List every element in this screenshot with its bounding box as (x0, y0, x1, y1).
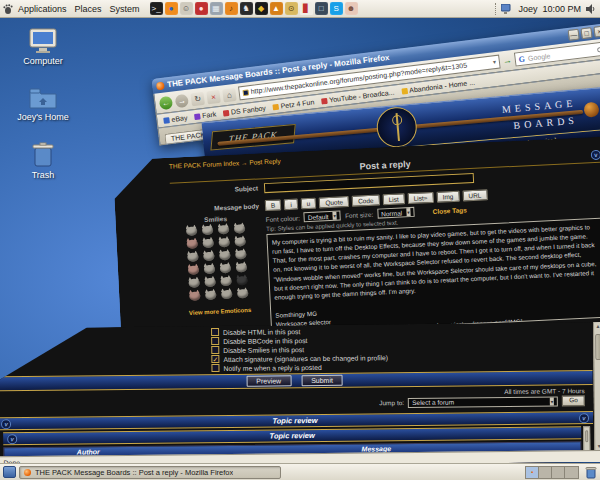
url-dropdown-icon[interactable]: ▾ (492, 56, 496, 68)
wolf-smiley-icon[interactable] (187, 265, 198, 275)
home-button[interactable]: ⌂ (222, 87, 236, 101)
panel-clock[interactable]: 10:00 PM (542, 4, 581, 14)
wolf-smiley-icon[interactable] (235, 263, 246, 273)
network-monitor-icon[interactable] (501, 4, 513, 14)
bbcode-button[interactable]: Img (436, 191, 459, 203)
collapse-icon[interactable]: v (7, 434, 17, 444)
wolf-smiley-icon[interactable] (220, 277, 231, 287)
taskbar-window-button[interactable]: THE PACK Message Boards :: Post a reply … (19, 466, 281, 479)
font-colour-select[interactable]: Default ▾ (304, 210, 342, 222)
option-checkbox[interactable]: ✓ (211, 355, 219, 363)
app-launcher-icon[interactable]: ▲ (270, 2, 283, 15)
option-label: Disable BBCode in this post (223, 337, 307, 345)
scroll-thumb[interactable] (585, 430, 588, 442)
wolf-smiley-icon[interactable] (219, 264, 230, 274)
app-launcher-icon[interactable]: ☻ (345, 2, 358, 15)
wolf-smiley-icon[interactable] (186, 239, 197, 249)
go-button[interactable]: → (502, 55, 512, 66)
trash-applet-icon[interactable] (585, 466, 597, 479)
app-launcher-icon[interactable]: ▊ (300, 2, 313, 15)
wolf-smiley-icon[interactable] (201, 226, 212, 236)
wolf-smiley-icon[interactable] (204, 278, 215, 288)
wolf-smiley-icon[interactable] (205, 291, 216, 301)
wolf-smiley-icon[interactable] (185, 227, 196, 237)
window-control-button[interactable]: — (568, 29, 580, 41)
preview-button[interactable]: Preview (246, 375, 291, 386)
bbcode-button[interactable]: Code (352, 195, 380, 207)
app-launcher-icon[interactable]: ▦ (210, 2, 223, 15)
close-tags-link[interactable]: Close Tags (432, 206, 467, 215)
app-launcher-icon[interactable]: ♞ (240, 2, 253, 15)
app-launcher-icon[interactable]: >_ (150, 2, 163, 15)
bbcode-button[interactable]: i (284, 199, 298, 211)
panel-menu-item[interactable]: Places (72, 3, 107, 15)
bbcode-button[interactable]: B (265, 199, 282, 211)
wolf-smiley-icon[interactable] (217, 225, 228, 235)
forward-button[interactable]: → (175, 93, 189, 107)
bookmark-item[interactable]: Petz 4 Fun (272, 98, 314, 110)
window-control-button[interactable]: □ (580, 27, 592, 39)
workspace-cell[interactable] (552, 467, 565, 478)
window-scrollbar[interactable]: ▲ ▼ (593, 322, 600, 450)
app-launcher-icon[interactable]: ⊙ (285, 2, 298, 15)
app-launcher-icon[interactable]: ◆ (255, 2, 268, 15)
reload-button[interactable]: ↻ (190, 91, 204, 105)
window-control-button[interactable]: × (593, 25, 600, 37)
panel-menu-item[interactable]: System (107, 3, 145, 15)
app-launcher-icon[interactable]: S (330, 2, 343, 15)
stop-button[interactable]: × (206, 89, 220, 103)
font-size-select[interactable]: Normal ▾ (377, 207, 415, 219)
jump-to-select[interactable]: Select a forum ▾ (408, 396, 558, 408)
wolf-smiley-icon[interactable] (219, 251, 230, 261)
wolf-smiley-icon[interactable] (233, 224, 244, 234)
bbcode-button[interactable]: List= (407, 192, 433, 204)
app-launcher-icon[interactable]: ♪ (225, 2, 238, 15)
collapse-icon[interactable]: v (1, 419, 11, 429)
taskbar-window-label: THE PACK Message Boards :: Post a reply … (35, 468, 233, 477)
app-launcher-icon[interactable]: □ (315, 2, 328, 15)
workspace-cell[interactable] (565, 467, 578, 478)
app-launcher-icon[interactable]: ● (195, 2, 208, 15)
wolf-smiley-icon[interactable] (203, 252, 214, 262)
wolf-smiley-icon[interactable] (202, 239, 213, 249)
bbcode-button[interactable]: u (300, 198, 316, 210)
scroll-up-icon[interactable]: ▲ (594, 323, 600, 329)
option-checkbox[interactable] (211, 328, 219, 336)
bookmark-item[interactable]: eBay (163, 114, 188, 124)
wolf-smiley-icon[interactable] (188, 278, 199, 288)
volume-icon[interactable] (586, 4, 596, 14)
scroll-thumb[interactable] (595, 334, 600, 360)
workspace-cell[interactable] (539, 467, 552, 478)
bookmark-item[interactable]: DS Fanboy (223, 104, 267, 116)
wolf-smiley-icon[interactable] (234, 237, 245, 247)
option-checkbox[interactable] (211, 346, 219, 354)
workspace-cell[interactable]: ▪ (526, 467, 539, 478)
jump-go-button[interactable]: Go (562, 395, 585, 406)
wolf-smiley-icon[interactable] (235, 250, 246, 260)
option-checkbox[interactable] (211, 364, 219, 372)
panel-menu-item[interactable]: Applications (15, 3, 72, 15)
scroll-down-icon[interactable]: ▼ (595, 443, 600, 449)
wolf-smiley-icon[interactable] (218, 238, 229, 248)
app-launcher-icon[interactable]: ☺ (180, 2, 193, 15)
bbcode-button[interactable]: Quote (319, 196, 349, 208)
wolf-smiley-icon[interactable] (189, 291, 200, 301)
wolf-smiley-icon[interactable] (221, 290, 232, 300)
show-desktop-icon[interactable] (3, 466, 16, 478)
collapse-icon[interactable]: v (579, 413, 589, 423)
app-launcher-icon[interactable]: ● (165, 2, 178, 15)
bbcode-button[interactable]: URL (462, 189, 488, 201)
user-switcher[interactable]: Joey (518, 4, 537, 14)
wolf-smiley-icon[interactable] (236, 276, 247, 286)
option-checkbox[interactable] (211, 337, 219, 345)
bookmark-item[interactable]: Fark (194, 110, 217, 120)
wolf-smiley-icon[interactable] (237, 289, 248, 299)
back-button[interactable]: ← (159, 95, 173, 109)
post-form: Subject Message body Smilies View more E… (170, 166, 600, 339)
wolf-smiley-icon[interactable] (187, 252, 198, 262)
message-textarea[interactable]: My computer is trying a bit to ruin my s… (266, 218, 600, 334)
view-more-emoticons-link[interactable]: View more Emoticons (189, 307, 251, 316)
submit-button[interactable]: Submit (301, 375, 343, 386)
wolf-smiley-icon[interactable] (203, 265, 214, 275)
bbcode-button[interactable]: List (382, 193, 405, 205)
